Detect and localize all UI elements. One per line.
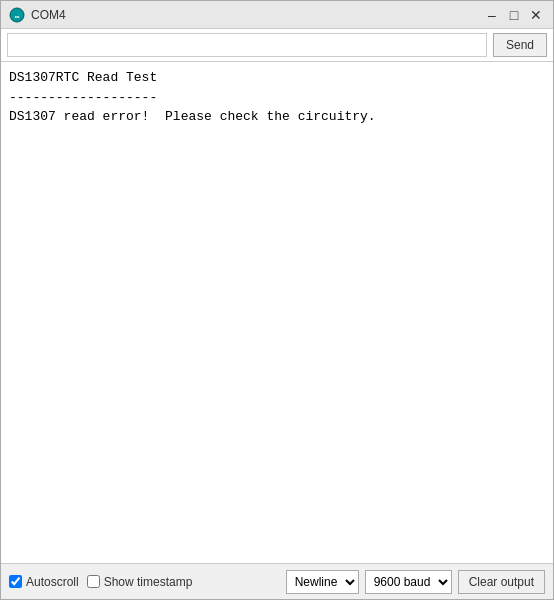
- window-controls: – □ ✕: [483, 6, 545, 24]
- maximize-button[interactable]: □: [505, 6, 523, 24]
- main-window: ∞ COM4 – □ ✕ Send DS1307RTC Read Test --…: [0, 0, 554, 600]
- minimize-button[interactable]: –: [483, 6, 501, 24]
- app-icon: ∞: [9, 7, 25, 23]
- output-line-2: -------------------: [9, 88, 545, 108]
- newline-dropdown[interactable]: Newline: [286, 570, 359, 594]
- svg-text:∞: ∞: [15, 12, 20, 19]
- toolbar: Send: [1, 29, 553, 62]
- clear-output-button[interactable]: Clear output: [458, 570, 545, 594]
- serial-input[interactable]: [7, 33, 487, 57]
- close-button[interactable]: ✕: [527, 6, 545, 24]
- status-right: Newline 9600 baud Clear output: [286, 570, 545, 594]
- status-bar: Autoscroll Show timestamp Newline 9600 b…: [1, 563, 553, 599]
- timestamp-text: Show timestamp: [104, 575, 193, 589]
- baud-dropdown[interactable]: 9600 baud: [365, 570, 452, 594]
- autoscroll-text: Autoscroll: [26, 575, 79, 589]
- output-line-3: DS1307 read error! Please check the circ…: [9, 107, 545, 127]
- autoscroll-label[interactable]: Autoscroll: [9, 575, 79, 589]
- window-title: COM4: [31, 8, 483, 22]
- timestamp-checkbox[interactable]: [87, 575, 100, 588]
- output-line-1: DS1307RTC Read Test: [9, 68, 545, 88]
- status-left: Autoscroll Show timestamp: [9, 575, 278, 589]
- timestamp-label[interactable]: Show timestamp: [87, 575, 193, 589]
- autoscroll-checkbox[interactable]: [9, 575, 22, 588]
- output-area[interactable]: DS1307RTC Read Test ------------------- …: [1, 62, 553, 563]
- send-button[interactable]: Send: [493, 33, 547, 57]
- title-bar: ∞ COM4 – □ ✕: [1, 1, 553, 29]
